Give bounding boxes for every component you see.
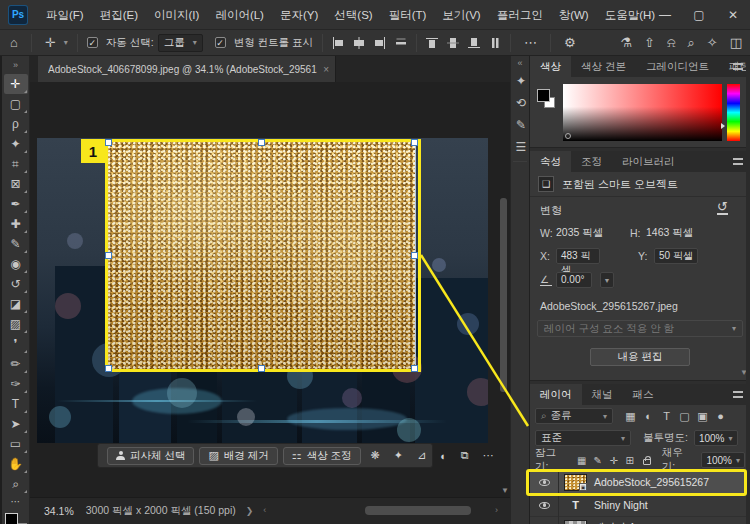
filter-toggle-icon[interactable]: ●: [713, 410, 728, 423]
hand-tool[interactable]: ✋: [4, 454, 28, 474]
transform-icon[interactable]: ⊿: [415, 449, 428, 462]
gradient-tool[interactable]: ▨: [4, 314, 28, 334]
tab-properties[interactable]: 속성: [530, 151, 571, 172]
gear-icon[interactable]: ⚙: [560, 31, 580, 55]
color-field-marker[interactable]: [565, 133, 571, 139]
layer-row-text[interactable]: T Shiny Night: [530, 494, 750, 517]
distribute-v-icon[interactable]: [489, 37, 501, 49]
scroll-left-icon[interactable]: ‹: [263, 505, 266, 515]
panel-menu-icon[interactable]: [733, 63, 743, 70]
minimize-button[interactable]: —: [648, 0, 682, 30]
document-tab[interactable]: AdobeStock_406678099.jpeg @ 34.1% (Adobe…: [38, 56, 336, 82]
align-top-icon[interactable]: [426, 37, 438, 49]
eyedropper-tool[interactable]: ✒: [4, 194, 28, 214]
visibility-eye-icon[interactable]: [539, 479, 550, 486]
more-options-icon[interactable]: ⋯: [520, 31, 541, 55]
beaker-icon[interactable]: ⚗: [620, 31, 632, 55]
menu-edit[interactable]: 편집(E): [92, 0, 146, 30]
lock-all-icon[interactable]: [643, 459, 651, 465]
canvas-vertical-scrollbar[interactable]: [500, 82, 508, 497]
x-position-field[interactable]: 483 픽셀: [556, 248, 600, 264]
lasso-tool[interactable]: ρ: [4, 114, 28, 134]
workspace-icon[interactable]: ◫: [730, 31, 742, 55]
magic-wand-icon[interactable]: ✦: [392, 449, 405, 462]
align-right-icon[interactable]: [374, 37, 386, 49]
filter-adjustment-icon[interactable]: ◐: [641, 410, 656, 423]
align-center-h-icon[interactable]: [353, 37, 365, 49]
filter-shape-icon[interactable]: ▢: [677, 410, 692, 423]
menu-layer[interactable]: 레이어(L): [207, 0, 272, 30]
transform-handle-top-left[interactable]: [105, 139, 112, 146]
pen-tool[interactable]: ✑: [4, 374, 28, 394]
edit-contents-button[interactable]: 내용 편집: [590, 348, 690, 366]
dock-collapse-icon[interactable]: «: [511, 56, 529, 70]
transform-handle-mid-left[interactable]: [105, 252, 112, 259]
scroll-right-icon[interactable]: ›: [495, 505, 498, 515]
layer-thumbnail[interactable]: [564, 520, 587, 524]
maximize-button[interactable]: ▢: [682, 0, 716, 30]
auto-select-dropdown[interactable]: 그룹 ▾: [158, 34, 203, 52]
align-left-icon[interactable]: [332, 37, 344, 49]
object-selection-tool[interactable]: ✦: [4, 134, 28, 154]
panel-menu-icon[interactable]: [733, 158, 743, 165]
tab-gradients[interactable]: 그레이디언트: [636, 56, 719, 77]
align-bottom-icon[interactable]: [468, 37, 480, 49]
export-icon[interactable]: ⧉: [459, 449, 471, 462]
lock-move-icon[interactable]: ✛: [607, 455, 621, 466]
lock-artboard-icon[interactable]: ⊞: [623, 455, 637, 466]
remove-background-button[interactable]: ▨ 배경 제거: [199, 447, 277, 465]
distribute-h-icon[interactable]: [395, 37, 407, 49]
color-swatches[interactable]: [5, 513, 27, 524]
more-options-icon[interactable]: ⋯: [481, 449, 496, 462]
menu-view[interactable]: 보기(V): [434, 0, 488, 30]
home-icon[interactable]: ⌂: [6, 31, 22, 55]
show-transform-checkbox[interactable]: ✓: [215, 37, 226, 48]
opacity-field[interactable]: 100% ▾: [694, 430, 738, 446]
frame-tool[interactable]: ⊠: [4, 174, 28, 194]
chevron-down-icon[interactable]: ▾: [64, 38, 68, 47]
zoom-level[interactable]: 34.1%: [30, 505, 86, 517]
y-position-field[interactable]: 50 픽셀: [654, 248, 698, 264]
search-icon[interactable]: ⌕: [688, 31, 695, 55]
dodge-tool[interactable]: ✏: [4, 354, 28, 374]
close-button[interactable]: ✕: [716, 0, 750, 30]
fill-field[interactable]: 100% ▾: [701, 452, 745, 468]
move-tool-icon[interactable]: ✛: [41, 31, 60, 55]
layer-thumbnail[interactable]: ▣: [564, 474, 587, 491]
panel-menu-icon[interactable]: [733, 391, 743, 398]
toolbar-collapse-icon[interactable]: »: [2, 56, 29, 74]
type-tool[interactable]: T: [4, 394, 28, 414]
lightbulb-icon[interactable]: ✧: [707, 31, 718, 55]
menu-type[interactable]: 문자(Y): [272, 0, 326, 30]
history-panel-icon[interactable]: ⟲: [511, 92, 531, 114]
transform-handle-top-center[interactable]: [258, 139, 265, 146]
toolbar-more-icon[interactable]: ⋯: [4, 496, 28, 507]
lock-paint-icon[interactable]: ✎: [591, 455, 605, 466]
brush-tool[interactable]: ✎: [4, 234, 28, 254]
menu-window[interactable]: 창(W): [551, 0, 597, 30]
path-select-tool[interactable]: ➤: [4, 414, 28, 434]
tab-color[interactable]: 색상: [530, 56, 571, 77]
history-brush-tool[interactable]: ↺: [4, 274, 28, 294]
canvas-horizontal-scrollbar[interactable]: ‹ ›: [263, 505, 498, 517]
discover-panel-icon[interactable]: ✦: [511, 70, 531, 92]
status-chevron-icon[interactable]: ❯: [246, 506, 264, 516]
color-field[interactable]: [563, 84, 722, 141]
tab-adjustments[interactable]: 조정: [571, 151, 612, 172]
bell-icon[interactable]: ⍾: [667, 31, 676, 55]
reset-transform-icon[interactable]: ↺: [717, 201, 728, 215]
lock-transparent-icon[interactable]: ▦: [575, 455, 589, 466]
chevron-down-icon[interactable]: ▼: [600, 272, 614, 288]
blur-tool[interactable]: ❜: [4, 334, 28, 354]
scrollbar-thumb[interactable]: [500, 198, 507, 392]
transform-handle-top-right[interactable]: [411, 139, 418, 146]
menu-select[interactable]: 선택(S): [326, 0, 380, 30]
transform-handle-bottom-center[interactable]: [258, 365, 265, 372]
transform-handle-bottom-left[interactable]: [105, 365, 112, 372]
auto-select-checkbox[interactable]: ✓: [87, 37, 98, 48]
brushes-panel-icon[interactable]: ☰: [511, 136, 531, 158]
filter-pixel-icon[interactable]: ▦: [623, 410, 638, 423]
transform-handle-mid-right[interactable]: [411, 252, 418, 259]
tab-channels[interactable]: 채널: [582, 384, 623, 405]
filter-smartobject-icon[interactable]: ▣: [695, 410, 710, 423]
